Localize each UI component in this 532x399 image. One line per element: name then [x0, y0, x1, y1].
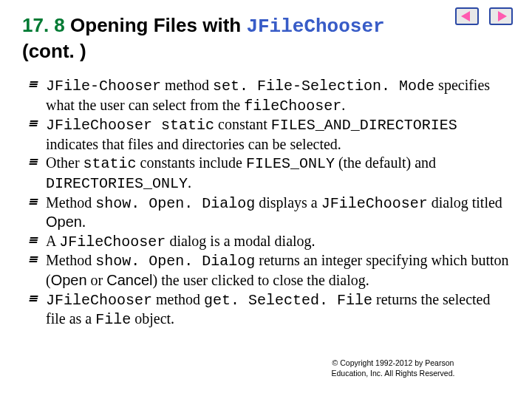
text-run: fileChooser [244, 98, 341, 115]
next-button[interactable] [489, 7, 513, 25]
text-run: A [46, 233, 59, 249]
text-run: method [152, 291, 204, 307]
text-run: FILES_AND_DIRECTORIES [271, 117, 457, 134]
title-cont: (cont. ) [22, 40, 86, 62]
copyright-footer: © Copyright 1992-2012 by Pearson Educati… [290, 358, 497, 378]
arrow-left-icon [457, 9, 477, 24]
text-run: JFileChooser [46, 292, 152, 309]
text-run: static [83, 155, 137, 172]
text-run: constants include [137, 154, 246, 171]
text-run: indicates that files and directories can… [46, 136, 341, 152]
text-run: set. File-Selection. Mode [213, 78, 434, 95]
slide-title: 17. 8 Opening Files with JFileChooser (c… [22, 13, 510, 63]
text-run: Method [46, 194, 95, 211]
text-run: . [188, 174, 191, 191]
text-run: DIRECTORIES_ONLY [46, 175, 188, 192]
text-run: show. Open. Dialog [95, 195, 255, 212]
text-run: Open [46, 214, 82, 230]
text-run: object. [131, 310, 174, 327]
text-run: Cancel [106, 272, 152, 288]
text-run: JFileChooser [59, 233, 166, 250]
text-run: File [95, 311, 131, 328]
title-text: Opening Files with [65, 14, 247, 36]
text-run: displays a [255, 194, 321, 211]
prev-button[interactable] [455, 7, 479, 25]
list-item: JFileChooser static constant FILES_AND_D… [27, 115, 510, 154]
text-run: ) the user clicked to close the dialog. [153, 272, 369, 288]
text-run: show. Open. Dialog [95, 253, 255, 270]
title-code: JFileChooser [246, 16, 384, 38]
text-run: or [87, 272, 107, 288]
text-run: Method [46, 252, 95, 268]
list-item: A JFileChooser dialog is a modal dialog. [27, 232, 510, 252]
list-item: Other static constants include FILES_ONL… [27, 154, 510, 193]
text-run: constant [214, 116, 271, 132]
text-run: method [161, 77, 213, 93]
list-item: Method show. Open. Dialog displays a JFi… [27, 194, 510, 232]
section-number: 17. 8 [22, 14, 65, 36]
list-item: JFileChooser method get. Selected. File … [27, 290, 510, 330]
text-run: get. Selected. File [204, 292, 372, 309]
text-run: . [82, 214, 86, 230]
slide-body: JFile-Chooser method set. File-Selection… [22, 76, 510, 330]
text-run: Open [51, 272, 87, 288]
text-run: Other [46, 154, 83, 171]
text-run: FILES_ONLY [246, 155, 335, 172]
text-run: dialog is a modal dialog. [166, 233, 315, 249]
list-item: JFile-Chooser method set. File-Selection… [27, 76, 510, 115]
svg-marker-0 [461, 11, 470, 21]
footer-line-2: Education, Inc. All Rights Reserved. [332, 369, 455, 378]
text-run: dialog titled [428, 194, 502, 211]
text-run: . [341, 97, 345, 113]
arrow-right-icon [491, 9, 511, 24]
slide: 17. 8 Opening Files with JFileChooser (c… [0, 0, 532, 399]
text-run: JFileChooser [321, 195, 428, 212]
bullet-list: JFile-Chooser method set. File-Selection… [27, 76, 510, 330]
text-run: JFile-Chooser [46, 78, 161, 95]
nav-controls [455, 7, 513, 25]
text-run: (the default) and [335, 154, 436, 171]
text-run: JFileChooser static [46, 117, 214, 134]
list-item: Method show. Open. Dialog returns an int… [27, 251, 510, 290]
svg-marker-1 [498, 11, 507, 21]
footer-line-1: © Copyright 1992-2012 by Pearson [332, 358, 454, 367]
